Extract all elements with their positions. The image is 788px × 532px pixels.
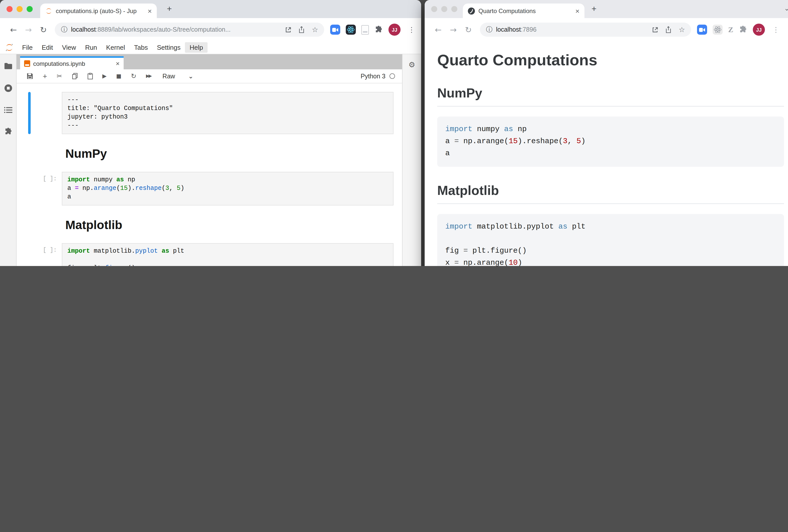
bookmark-star-icon[interactable]: ☆ [312, 26, 318, 34]
share-icon[interactable] [299, 26, 305, 33]
code-line: a [67, 193, 388, 201]
extensions-puzzle-icon[interactable] [374, 25, 383, 34]
extensions-puzzle-icon[interactable] [739, 25, 747, 34]
open-in-new-icon[interactable] [652, 26, 658, 33]
kernel-status-icon[interactable] [390, 73, 395, 79]
menu-view[interactable]: View [58, 42, 81, 53]
profile-avatar[interactable]: JJ [753, 24, 765, 36]
zoom-window-button[interactable] [27, 6, 33, 12]
tab-title: Quarto Computations [478, 7, 572, 14]
notebook-tab[interactable]: computations.ipynb × [20, 56, 124, 69]
code-line: import numpy as np [67, 176, 388, 184]
forward-icon[interactable]: → [446, 25, 461, 35]
code-line: a = np.arange(15).reshape(3, 5) [67, 184, 388, 193]
paste-cells-button[interactable] [87, 73, 93, 79]
react-devtools-icon[interactable] [346, 25, 356, 35]
browser-menu-icon[interactable]: ⋮ [408, 26, 415, 34]
notebook-tab-close-icon[interactable]: × [116, 60, 120, 67]
running-kernels-icon[interactable] [4, 84, 12, 93]
address-bar[interactable]: ⓘ localhost:8889/lab/workspaces/auto-S/t… [55, 23, 324, 37]
save-button[interactable] [27, 73, 33, 79]
code-cell[interactable]: [ ]:import matplotlib.pyplot as plt fig … [17, 243, 394, 266]
menu-kernel[interactable]: Kernel [101, 42, 130, 53]
code-line [445, 233, 776, 245]
site-info-icon[interactable]: ⓘ [486, 25, 492, 34]
browser-toolbar: ← → ↻ ⓘ localhost:8889/lab/workspaces/au… [0, 18, 421, 41]
menu-tabs[interactable]: Tabs [130, 42, 153, 53]
code-block: import matplotlib.pyplot as plt fig = pl… [437, 214, 784, 266]
jupyterlab-browser-window: computations.ip (auto-S) - Jup × + ← → ↻… [0, 0, 421, 266]
cell-editor[interactable]: import matplotlib.pyplot as plt fig = pl… [62, 243, 394, 266]
property-inspector-gear-icon[interactable]: ⚙ [409, 60, 415, 266]
extension-icons: JJ ⋮ [330, 24, 415, 36]
cell-editor[interactable]: import numpy as npa = np.arange(15).resh… [62, 172, 394, 205]
notebook-content: ---title: "Quarto Computations"jupyter: … [17, 83, 402, 266]
restart-kernel-button[interactable]: ↻ [131, 73, 136, 79]
browser-menu-icon[interactable]: ⋮ [772, 26, 780, 34]
address-bar[interactable]: ⓘ localhost:7896 ☆ [480, 23, 691, 37]
reload-icon[interactable]: ↻ [461, 25, 476, 35]
code-line: a [445, 148, 776, 160]
cut-cells-button[interactable]: ✂ [57, 73, 62, 79]
menu-settings[interactable]: Settings [152, 42, 185, 53]
menu-edit[interactable]: Edit [37, 42, 58, 53]
raw-cell[interactable]: ---title: "Quarto Computations"jupyter: … [17, 92, 394, 134]
code-line [67, 256, 388, 264]
chevron-down-icon: ⌄ [188, 72, 194, 80]
menu-run[interactable]: Run [81, 42, 102, 53]
new-tab-button[interactable]: + [591, 4, 596, 14]
code-cell[interactable]: [ ]:import numpy as npa = np.arange(15).… [17, 172, 394, 205]
back-icon[interactable]: ← [431, 25, 446, 35]
menu-help[interactable]: Help [185, 42, 208, 53]
zoom-window-button[interactable] [451, 6, 457, 12]
site-info-icon[interactable]: ⓘ [61, 25, 67, 34]
browser-tab-strip: Quarto Computations × + ⌄ [425, 0, 788, 18]
extension-icons: Z JJ ⋮ [697, 24, 780, 36]
close-window-button[interactable] [6, 6, 13, 12]
file-browser-icon[interactable] [4, 62, 12, 70]
tab-close-icon[interactable]: × [148, 7, 152, 14]
share-icon[interactable] [666, 26, 672, 33]
menu-file[interactable]: File [18, 42, 37, 53]
open-in-new-icon[interactable] [285, 26, 292, 33]
table-of-contents-icon[interactable] [4, 106, 12, 114]
bookmark-star-icon[interactable]: ☆ [679, 26, 685, 34]
jupyter-logo-icon [5, 43, 14, 52]
right-sidebar: ⚙ [402, 54, 421, 266]
browser-tab[interactable]: computations.ip (auto-S) - Jup × [40, 3, 157, 18]
cell-editor[interactable]: ---title: "Quarto Computations"jupyter: … [62, 92, 394, 134]
code-line: import matplotlib.pyplot as plt [445, 221, 776, 233]
tab-search-chevron-icon[interactable]: ⌄ [784, 4, 788, 12]
notebook-toolbar: + ✂ ▶ ■ ↻ ▶▶ Raw ⌄ Python 3 [17, 69, 402, 83]
jupyter-favicon-icon [45, 7, 52, 14]
forward-icon[interactable]: → [21, 25, 36, 35]
copy-cells-button[interactable] [72, 73, 78, 79]
zoom-extension-icon[interactable] [330, 25, 340, 35]
tab-close-icon[interactable]: × [575, 7, 579, 14]
stop-kernel-button[interactable]: ■ [116, 73, 121, 79]
quarto-page: Quarto Computations NumPyimport numpy as… [425, 41, 788, 266]
document-extension-icon[interactable] [361, 25, 369, 35]
back-icon[interactable]: ← [6, 25, 21, 35]
add-cell-button[interactable]: + [43, 72, 47, 80]
code-line: --- [67, 122, 388, 130]
minimize-window-button[interactable] [441, 6, 447, 12]
cell-type-dropdown[interactable]: Raw ⌄ [162, 72, 194, 80]
run-cell-button[interactable]: ▶ [102, 73, 106, 79]
z-extension-icon[interactable]: Z [728, 25, 733, 34]
new-tab-button[interactable]: + [167, 4, 172, 14]
window-controls [6, 6, 33, 12]
code-line: import numpy as np [445, 124, 776, 136]
quarto-favicon-icon [468, 7, 475, 14]
zoom-extension-icon[interactable] [697, 25, 707, 35]
react-devtools-icon[interactable] [713, 25, 723, 35]
profile-avatar[interactable]: JJ [389, 24, 400, 36]
restart-run-all-button[interactable]: ▶▶ [146, 74, 151, 78]
close-window-button[interactable] [431, 6, 437, 12]
kernel-name[interactable]: Python 3 [360, 73, 386, 80]
reload-icon[interactable]: ↻ [36, 25, 51, 35]
minimize-window-button[interactable] [17, 6, 23, 12]
extension-manager-icon[interactable] [4, 128, 12, 136]
browser-tab[interactable]: Quarto Computations × [463, 3, 585, 18]
page-title: Quarto Computations [437, 51, 784, 69]
